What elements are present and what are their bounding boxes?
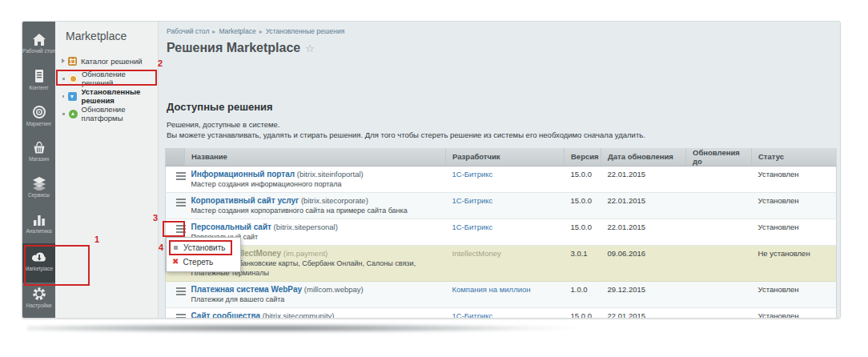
- column-header-developer[interactable]: Разработчик: [446, 148, 565, 166]
- developer-link[interactable]: 1С-Битрикс: [452, 223, 493, 231]
- version-cell: 1.0.0: [565, 281, 601, 307]
- version-cell: 15.0.0: [565, 219, 601, 246]
- platform-update-icon: [69, 110, 78, 118]
- row-actions-menu-icon[interactable]: [176, 287, 186, 289]
- cloud-download-icon: [30, 250, 48, 264]
- sidebar-item-label: Аналитика: [26, 228, 51, 234]
- solution-title-link[interactable]: Информационный портал: [191, 170, 295, 178]
- version-cell: 15.0.0: [565, 308, 601, 319]
- annotation-label-3: 3: [153, 213, 158, 223]
- menu-item-platform-update[interactable]: Обновление платформы: [55, 105, 158, 122]
- column-header-version[interactable]: Версия: [565, 148, 601, 166]
- document-icon: [31, 69, 47, 83]
- date-cell: 09.06.2016: [601, 246, 686, 282]
- breadcrumb-marketplace[interactable]: Marketplace: [219, 27, 255, 35]
- installed-solutions-icon: [68, 92, 77, 101]
- actions-column-header: [166, 148, 185, 166]
- breadcrumb-desktop[interactable]: Рабочий стол: [167, 27, 209, 35]
- sidebar-item-analytics[interactable]: Аналитика: [22, 208, 55, 244]
- status-cell: Не установлен: [752, 246, 837, 282]
- context-menu-erase[interactable]: ✖ Стереть: [167, 255, 240, 269]
- sidebar-item-label: Маркетинг: [26, 121, 52, 126]
- date-cell: 22.01.2015: [601, 308, 686, 319]
- sidebar-item-label: Рабочий стол: [22, 48, 55, 54]
- sidebar-item-label: Контент: [29, 85, 48, 90]
- solution-title-link[interactable]: Персональный сайт: [191, 223, 271, 231]
- context-menu: Установить ✖ Стереть: [166, 237, 241, 272]
- version-cell: 15.0.0: [565, 192, 601, 219]
- sidebar-item-shop[interactable]: Магазин: [22, 136, 55, 172]
- menu-item-solutions-catalog[interactable]: Каталог решений: [55, 52, 158, 70]
- date-cell: 22.01.2015: [601, 192, 686, 219]
- solution-title-link[interactable]: Сайт сообщества: [191, 311, 261, 319]
- section-description: Решения, доступные в системе. Вы можете …: [167, 119, 840, 141]
- column-header-name[interactable]: Название: [185, 148, 446, 166]
- sidebar-item-label: Магазин: [29, 156, 49, 162]
- main-content: Рабочий столMarketplaceУстановленные реш…: [159, 22, 840, 318]
- developer-link[interactable]: 1С-Битрикс: [452, 196, 493, 205]
- table-row: Платежная система WebPay (millcom.webpay…: [166, 281, 837, 307]
- updates-to-cell: [686, 308, 752, 319]
- sidebar-item-marketing[interactable]: Маркетинг: [22, 101, 55, 137]
- sidebar-item-settings[interactable]: Настройки: [22, 283, 55, 319]
- home-icon: [31, 32, 47, 46]
- sidebar-item-services[interactable]: Сервисы: [22, 172, 55, 208]
- catalog-icon: [68, 57, 77, 66]
- table-row-highlighted: система IntellectMoney (im.payment)Оплат…: [166, 246, 837, 282]
- annotation-label-2: 2: [158, 58, 163, 68]
- solution-title-link[interactable]: Корпоративный сайт услуг: [191, 196, 299, 205]
- row-actions-menu-icon[interactable]: [176, 225, 186, 227]
- favorite-star-icon[interactable]: ☆: [305, 42, 315, 54]
- solutions-table: Название Разработчик Версия Дата обновле…: [165, 148, 837, 319]
- marketplace-menu: Marketplace Каталог решений Обновление р…: [55, 22, 159, 318]
- basket-icon: [31, 140, 47, 154]
- card-drop-shadow: [27, 323, 838, 347]
- sidebar-item-label: Сервисы: [28, 192, 50, 198]
- breadcrumb-separator-icon: [259, 28, 263, 35]
- table-row: Корпоративный сайт услуг (bitrix.sitecor…: [166, 192, 837, 219]
- table-row: Сайт сообщества (bitrix.sitecommunity)Са…: [166, 308, 837, 319]
- date-cell: 29.12.2015: [601, 281, 686, 307]
- date-cell: 22.01.2015: [601, 166, 686, 192]
- menu-item-installed-solutions[interactable]: Установленные решения: [55, 87, 158, 105]
- row-actions-menu-icon[interactable]: [176, 199, 186, 200]
- developer-link[interactable]: IntellectMoney: [452, 249, 501, 258]
- table-header-row: Название Разработчик Версия Дата обновле…: [166, 148, 837, 166]
- row-actions-menu-icon[interactable]: [176, 314, 186, 315]
- breadcrumb-separator-icon: [212, 28, 215, 35]
- sidebar-item-label: Настройки: [26, 303, 52, 308]
- bullet-icon: [62, 78, 65, 80]
- bar-chart-icon: [31, 212, 47, 227]
- breadcrumb: Рабочий столMarketplaceУстановленные реш…: [167, 27, 840, 35]
- context-menu-install[interactable]: Установить: [167, 240, 240, 255]
- screenshot-canvas: Рабочий стол Контент Маркетинг Магазин С…: [0, 0, 868, 357]
- solution-subtitle: Платежки для вашего сайта: [191, 295, 443, 304]
- sidebar-item-content[interactable]: Контент: [22, 65, 55, 101]
- menu-item-solutions-updates[interactable]: Обновление решений: [55, 70, 158, 87]
- sidebar-item-marketplace[interactable]: Marketplace: [22, 243, 55, 282]
- layers-icon: [31, 176, 47, 191]
- sidebar-item-desktop[interactable]: Рабочий стол: [22, 28, 55, 65]
- column-header-update-date[interactable]: Дата обновления: [601, 148, 686, 166]
- bullet-icon: [174, 246, 178, 250]
- target-icon: [31, 105, 47, 119]
- solution-title-link[interactable]: Платежная система WebPay: [191, 285, 303, 294]
- developer-link[interactable]: 1С-Битрикс: [452, 170, 493, 178]
- version-cell: 3.0.1: [565, 246, 601, 282]
- section-heading: Доступные решения: [167, 101, 840, 113]
- bullet-icon: [62, 113, 65, 115]
- row-actions-menu-icon[interactable]: [176, 172, 186, 174]
- menu-title: Marketplace: [55, 30, 158, 42]
- column-header-status[interactable]: Статус: [752, 148, 837, 166]
- status-cell: Установлен: [752, 281, 837, 307]
- column-header-updates-to[interactable]: Обновления до: [686, 148, 752, 166]
- chevron-right-icon: [62, 58, 65, 63]
- annotation-label-1: 1: [94, 235, 99, 244]
- app-window: Рабочий стол Контент Маркетинг Магазин С…: [22, 21, 841, 319]
- solution-subtitle: Мастер создания информационного портала: [191, 180, 443, 189]
- breadcrumb-installed[interactable]: Установленные решения: [266, 27, 345, 35]
- developer-link[interactable]: 1С-Битрикс: [452, 311, 493, 319]
- updates-to-cell: [686, 246, 752, 282]
- developer-link[interactable]: Компания на миллион: [452, 285, 531, 294]
- gear-icon: [31, 287, 47, 301]
